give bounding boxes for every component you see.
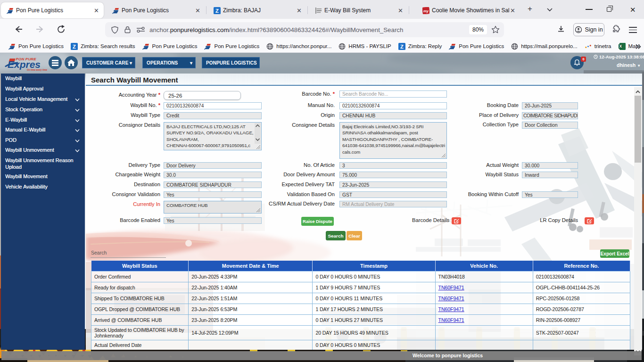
svg-text:Z: Z	[400, 43, 404, 49]
svg-text:Z: Z	[73, 43, 76, 49]
svg-text:my: my	[423, 8, 429, 13]
svg-text:On time every time: On time every time	[27, 69, 47, 71]
svg-text:X: X	[619, 44, 622, 49]
svg-text:Z: Z	[215, 8, 219, 13]
